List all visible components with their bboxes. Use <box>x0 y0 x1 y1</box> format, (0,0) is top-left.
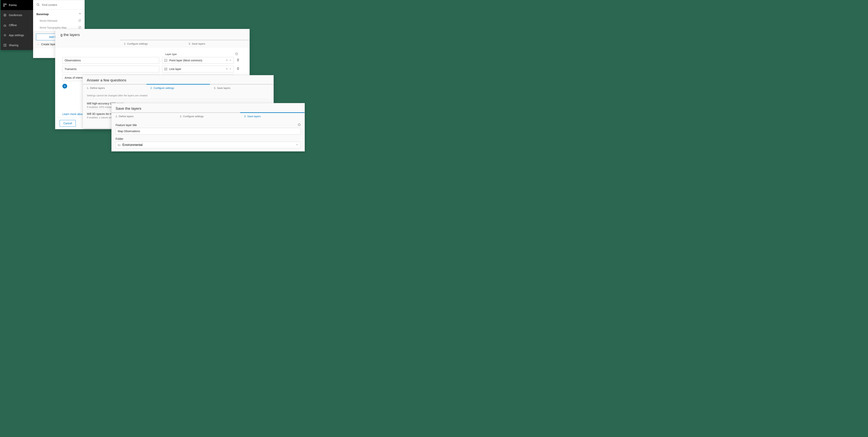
sidebar-item-geofences[interactable]: Geofences <box>1 10 33 20</box>
learn-more-link[interactable]: Learn more about <box>62 112 84 115</box>
sidebar-item-label: Offline <box>9 24 17 27</box>
basemap-item[interactable]: World Hillshade <box>33 17 85 24</box>
step-define-layers[interactable]: 1.Define layers <box>112 112 176 120</box>
sidebar-item-label: Forms <box>9 4 17 7</box>
folder-label: Folder <box>116 137 301 140</box>
info-icon[interactable] <box>298 123 301 127</box>
svg-rect-0 <box>4 4 4 5</box>
sidebar-item-forms[interactable]: Forms <box>1 0 33 10</box>
step-save-layers[interactable]: 3.Save layers <box>210 84 274 92</box>
search-icon <box>36 3 39 7</box>
svg-point-5 <box>4 35 5 35</box>
layer-type-select[interactable]: Point layer (Most common) <box>162 57 234 64</box>
folder-value: Environmental <box>122 143 143 147</box>
layer-type-select[interactable]: Line layer <box>162 66 234 72</box>
sharing-icon <box>3 44 6 47</box>
chevron-down-icon[interactable] <box>229 59 231 62</box>
sidebar-item-label: Geofences <box>9 13 22 17</box>
sidebar-item-label: Sharing <box>9 44 18 47</box>
add-layer-button[interactable] <box>62 84 67 89</box>
search-input[interactable] <box>42 3 81 6</box>
svg-point-4 <box>4 15 5 15</box>
search-row <box>33 0 85 10</box>
panel3-steps: 1.Define layers 2.Configure settings 3.S… <box>112 111 305 120</box>
save-layers-panel: Save the layers 1.Define layers 2.Config… <box>112 103 305 152</box>
sidebar: Forms Geofences Offline App settings Sha… <box>1 0 33 50</box>
point-icon <box>164 59 167 62</box>
layer-type-label: Layer type <box>165 53 177 56</box>
delete-row-button[interactable] <box>237 67 240 71</box>
svg-point-7 <box>37 3 39 5</box>
panel3-title: Save the layers <box>112 103 305 111</box>
bullet-icon <box>38 44 38 45</box>
line-icon <box>164 67 167 71</box>
geofences-icon <box>3 13 6 17</box>
delete-row-button[interactable] <box>237 58 240 62</box>
step-configure-settings[interactable]: 2.Configure settings <box>176 112 240 120</box>
feature-title-label-row: Feature layer title <box>116 123 301 127</box>
basemap-section-header[interactable]: Basemap <box>33 10 85 17</box>
panel1-title: g the layers <box>55 29 249 38</box>
chevron-up-icon <box>79 12 81 16</box>
gear-icon <box>3 34 6 37</box>
svg-rect-1 <box>5 4 6 5</box>
basemap-title: Basemap <box>36 12 49 16</box>
chevron-down-icon <box>296 143 299 147</box>
panel3-body: Feature layer title Folder Environmental <box>112 120 305 150</box>
step-configure-settings[interactable]: 2.Configure settings <box>120 40 185 47</box>
layer-type-value: Line layer <box>169 67 181 71</box>
folder-icon <box>118 143 121 146</box>
folder-select[interactable]: Environmental <box>116 142 301 148</box>
sidebar-item-app-settings[interactable]: App settings <box>1 30 33 40</box>
sidebar-item-sharing[interactable]: Sharing <box>1 40 33 50</box>
layer-type-header-row: Layer type <box>62 53 244 56</box>
layer-name-input[interactable] <box>62 66 159 72</box>
clear-icon[interactable] <box>226 59 228 62</box>
disabled-icon <box>78 19 81 23</box>
panel2-steps: 1.Define layers 2.Configure settings 3.S… <box>83 83 274 92</box>
panel1-steps: 1.Define layers 2.Configure settings 3.S… <box>55 38 249 47</box>
info-icon[interactable] <box>235 53 238 56</box>
settings-hint: Settings cannot be changed after the lay… <box>87 94 270 99</box>
offline-icon <box>3 24 6 27</box>
basemap-item-label: World Hillshade <box>39 19 58 22</box>
clear-icon[interactable] <box>226 67 228 71</box>
sidebar-item-offline[interactable]: Offline <box>1 20 33 30</box>
panel2-title: Answer a few questions <box>83 75 274 83</box>
step-save-layers[interactable]: 3.Save layers <box>185 40 249 47</box>
chevron-down-icon[interactable] <box>229 67 231 71</box>
feature-title-input[interactable] <box>116 128 301 135</box>
plus-icon <box>64 85 66 87</box>
feature-title-label: Feature layer title <box>116 124 137 127</box>
svg-point-3 <box>4 14 6 16</box>
basemap-item-label: World Topographic Map <box>39 26 66 29</box>
sidebar-item-label: App settings <box>9 34 24 37</box>
step-save-layers[interactable]: 3.Save layers <box>240 112 305 120</box>
layer-row: Line layer <box>62 66 244 72</box>
svg-rect-2 <box>4 5 4 6</box>
layer-type-value: Point layer (Most common) <box>169 59 202 62</box>
forms-icon <box>3 4 6 7</box>
layer-row: Point layer (Most common) <box>62 57 244 64</box>
cancel-button[interactable]: Cancel <box>60 120 76 127</box>
step-define-layers[interactable]: 1.Define layers <box>83 84 147 92</box>
layer-name-input[interactable] <box>62 57 159 64</box>
step-configure-settings[interactable]: 2.Configure settings <box>147 84 210 92</box>
svg-point-12 <box>165 60 166 61</box>
